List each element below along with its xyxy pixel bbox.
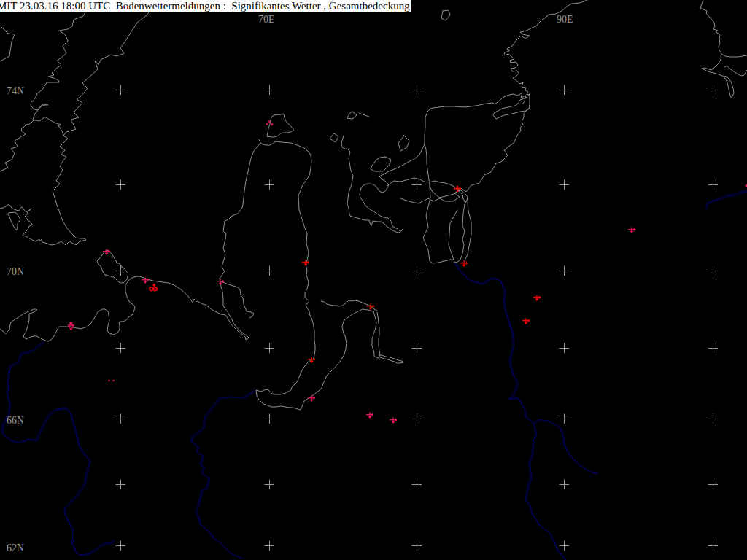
svg-text:74N: 74N <box>7 85 24 96</box>
svg-text:70N: 70N <box>7 266 24 277</box>
svg-text:90E: 90E <box>557 14 573 25</box>
svg-text:70E: 70E <box>258 14 275 25</box>
svg-text:66N: 66N <box>7 415 24 426</box>
svg-text:62N: 62N <box>7 542 24 553</box>
